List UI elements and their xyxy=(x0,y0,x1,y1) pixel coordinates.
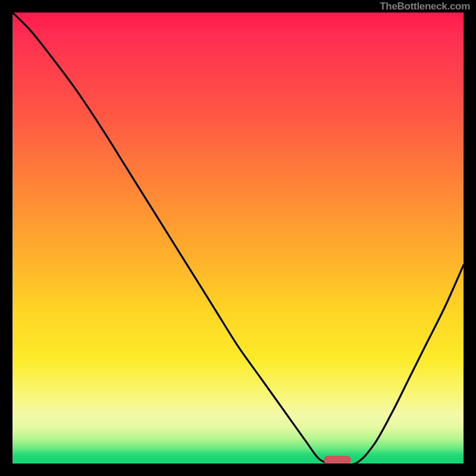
plot-area xyxy=(12,12,464,464)
bottleneck-curve xyxy=(12,12,464,464)
watermark-text: TheBottleneck.com xyxy=(380,0,470,12)
optimum-marker xyxy=(324,456,351,464)
chart-frame: TheBottleneck.com xyxy=(0,0,476,476)
curve-svg xyxy=(12,12,464,464)
